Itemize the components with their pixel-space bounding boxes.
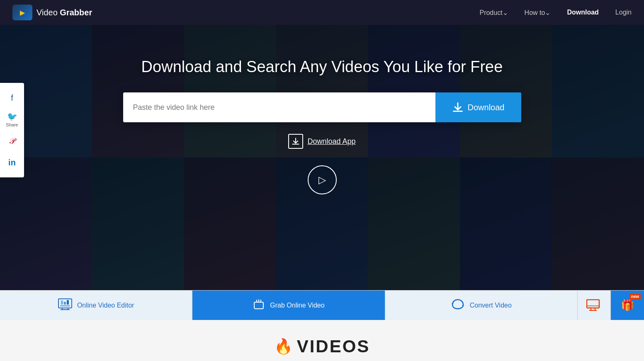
monitor-icon [586, 299, 601, 312]
video-editor-icon [58, 298, 72, 313]
grab-icon [253, 298, 265, 313]
nav-download[interactable]: Download [567, 9, 598, 16]
svg-rect-5 [61, 300, 63, 305]
nav-product[interactable]: Product⌄ [479, 9, 508, 17]
svg-marker-14 [462, 305, 464, 306]
linkedin-icon: in [8, 158, 16, 167]
download-app-icon-box [288, 134, 303, 149]
social-twitter[interactable]: 🐦 Share [0, 109, 24, 130]
pinterest-icon: 𝒫 [9, 136, 15, 146]
social-linkedin[interactable]: in [0, 152, 24, 173]
hero-title: Download and Search Any Videos You Like … [141, 58, 503, 76]
download-app-row[interactable]: Download App [288, 134, 355, 149]
hero-section: Download and Search Any Videos You Like … [0, 25, 644, 290]
social-pinterest[interactable]: 𝒫 [0, 130, 24, 152]
download-app-label: Download App [307, 137, 355, 146]
video-editor-label: Online Video Editor [77, 302, 134, 309]
navbar: Video Grabber Product⌄ How to⌄ Download … [0, 0, 644, 25]
play-icon: ▷ [318, 174, 326, 186]
nav-links: Product⌄ How to⌄ Download Login [479, 9, 632, 17]
logo-text-bold: Grabber [60, 8, 92, 17]
svg-rect-8 [254, 302, 263, 309]
facebook-icon: f [11, 93, 13, 103]
gift-icon: 🎁 [621, 299, 634, 312]
logo-text: Video Grabber [36, 8, 92, 17]
tab-convert-video[interactable]: Convert Video [385, 291, 578, 320]
play-button[interactable]: ▷ [308, 165, 337, 194]
share-label: Share [6, 122, 18, 127]
svg-rect-7 [67, 300, 69, 305]
download-icon [452, 102, 464, 113]
convert-video-label: Convert Video [470, 302, 512, 309]
download-app-arrow-icon [292, 137, 300, 145]
tab-video-editor[interactable]: Online Video Editor [0, 291, 192, 320]
video-url-input[interactable] [123, 92, 435, 122]
hero-content: Download and Search Any Videos You Like … [0, 25, 644, 194]
convert-icon [451, 298, 465, 313]
svg-rect-15 [587, 300, 599, 308]
logo-text-normal: Video [36, 8, 60, 17]
svg-marker-13 [452, 303, 454, 305]
tab-bar: Online Video Editor Grab Online Video [0, 290, 644, 320]
new-badge: new [629, 294, 641, 299]
grab-video-label: Grab Online Video [270, 302, 324, 309]
fire-icon: 🔥 [274, 338, 293, 355]
tab-grab-video[interactable]: Grab Online Video [192, 291, 385, 320]
logo[interactable]: Video Grabber [12, 5, 92, 20]
nav-howto[interactable]: How to⌄ [525, 9, 551, 17]
nav-login[interactable]: Login [615, 9, 632, 16]
videos-section: 🔥 VIDEOS [0, 320, 644, 361]
tab-monitor[interactable] [578, 291, 611, 320]
videos-title: VIDEOS [297, 337, 370, 356]
tab-gift[interactable]: new 🎁 [611, 291, 644, 320]
search-bar: Download [123, 92, 521, 122]
social-facebook[interactable]: f [0, 87, 24, 109]
social-sidebar: f 🐦 Share 𝒫 in [0, 83, 24, 177]
twitter-icon: 🐦 [7, 111, 17, 121]
logo-icon [12, 5, 32, 20]
download-button[interactable]: Download [435, 92, 521, 122]
svg-rect-6 [64, 302, 66, 305]
download-button-label: Download [468, 103, 505, 112]
